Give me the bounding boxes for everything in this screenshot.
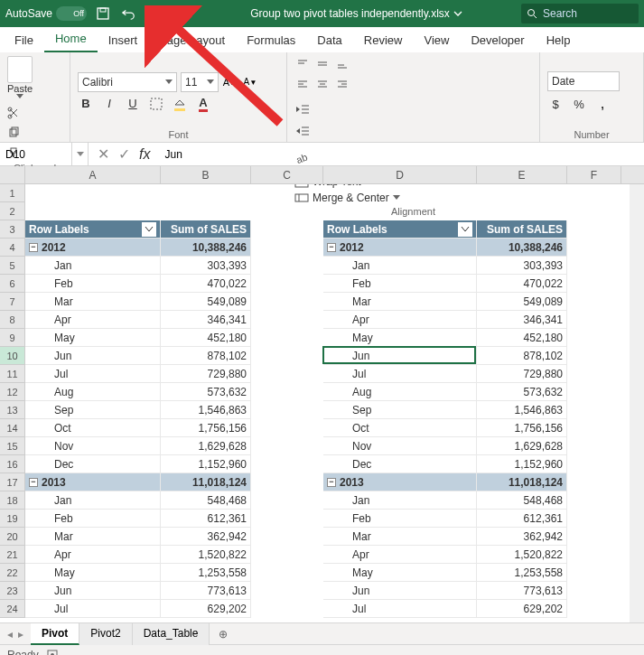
pivot-month-D-24[interactable]: Jul [323, 600, 477, 618]
pivot-value-B-10[interactable]: 878,102 [161, 347, 251, 365]
pivot-value-E-12[interactable]: 573,632 [477, 383, 567, 401]
pivot-month-A-13[interactable]: Sep [25, 401, 161, 419]
row-header-7[interactable]: 7 [0, 293, 25, 311]
filter-dropdown-icon[interactable] [458, 222, 472, 237]
row-header-5[interactable]: 5 [0, 257, 25, 275]
row-header-10[interactable]: 10 [0, 347, 25, 365]
pivot-header-rowlabels-A[interactable]: Row Labels [25, 220, 161, 239]
pivot-value-E-10[interactable]: 878,102 [477, 347, 567, 365]
title-chevron-icon[interactable] [453, 9, 462, 18]
pivot-value-E-19[interactable]: 612,361 [477, 510, 567, 528]
row-header-22[interactable]: 22 [0, 564, 25, 582]
menu-tab-developer[interactable]: Developer [460, 28, 535, 52]
pivot-value-B-13[interactable]: 1,546,863 [161, 401, 251, 419]
pivot-year-value-E-2013[interactable]: 11,018,124 [477, 473, 567, 491]
pivot-value-E-15[interactable]: 1,629,628 [477, 437, 567, 455]
pivot-month-A-23[interactable]: Jun [25, 582, 161, 600]
collapse-icon[interactable]: − [327, 478, 336, 487]
pivot-year-D-2013[interactable]: −2013 [323, 473, 477, 491]
pivot-value-B-16[interactable]: 1,152,960 [161, 455, 251, 473]
align-left-icon[interactable] [294, 76, 311, 92]
pivot-value-E-20[interactable]: 362,942 [477, 528, 567, 546]
undo-icon[interactable] [121, 6, 135, 21]
pivot-month-D-8[interactable]: Apr [323, 311, 477, 329]
pivot-header-sum-E[interactable]: Sum of SALES [477, 220, 567, 239]
font-color-icon[interactable]: A [195, 96, 211, 112]
name-box[interactable]: D10 [0, 143, 72, 165]
pivot-value-B-20[interactable]: 362,942 [161, 528, 251, 546]
pivot-month-A-5[interactable]: Jan [25, 257, 161, 275]
align-center-icon[interactable] [314, 76, 331, 92]
menu-tab-home[interactable]: Home [44, 26, 98, 52]
pivot-month-A-15[interactable]: Nov [25, 437, 161, 455]
redo-icon[interactable] [146, 6, 161, 21]
row-header-4[interactable]: 4 [0, 239, 25, 257]
pivot-header-rowlabels-D[interactable]: Row Labels [323, 220, 477, 239]
pivot-month-A-21[interactable]: Apr [25, 546, 161, 564]
row-header-19[interactable]: 19 [0, 510, 25, 528]
enter-formula-icon[interactable]: ✓ [118, 145, 130, 163]
row-header-24[interactable]: 24 [0, 600, 25, 618]
pivot-value-B-15[interactable]: 1,629,628 [161, 437, 251, 455]
menu-tab-review[interactable]: Review [353, 28, 414, 52]
pivot-year-A-2012[interactable]: −2012 [25, 239, 161, 257]
pivot-year-D-2012[interactable]: −2012 [323, 239, 477, 257]
pivot-month-A-14[interactable]: Oct [25, 419, 161, 437]
pivot-month-A-18[interactable]: Jan [25, 491, 161, 510]
pivot-year-value-B-2013[interactable]: 11,018,124 [161, 473, 251, 491]
row-header-15[interactable]: 15 [0, 437, 25, 455]
pivot-month-A-24[interactable]: Jul [25, 600, 161, 618]
pivot-month-A-20[interactable]: Mar [25, 528, 161, 546]
pivot-value-E-14[interactable]: 1,756,156 [477, 419, 567, 437]
copy-icon[interactable] [7, 126, 22, 141]
font-size-combo[interactable]: 11 [181, 72, 219, 92]
row-header-1[interactable]: 1 [0, 184, 25, 202]
pivot-value-B-19[interactable]: 612,361 [161, 510, 251, 528]
italic-button[interactable]: I [101, 96, 117, 112]
increase-indent-icon[interactable] [294, 123, 311, 139]
pivot-month-A-22[interactable]: May [25, 564, 161, 582]
new-sheet-button[interactable]: ⊕ [210, 628, 237, 641]
pivot-month-D-20[interactable]: Mar [323, 528, 477, 546]
align-right-icon[interactable] [334, 76, 350, 92]
paste-button[interactable]: Paste [7, 56, 33, 99]
sheet-tab-pivot2[interactable]: Pivot2 [79, 623, 132, 645]
pivot-value-E-9[interactable]: 452,180 [477, 329, 567, 347]
number-format-combo[interactable]: Date [547, 71, 620, 91]
qat-customize-icon[interactable] [177, 6, 191, 21]
pivot-month-D-21[interactable]: Apr [323, 546, 477, 564]
decrease-indent-icon[interactable] [294, 101, 311, 117]
menu-tab-page-layout[interactable]: Page Layout [148, 28, 236, 52]
pivot-month-A-19[interactable]: Feb [25, 510, 161, 528]
cancel-formula-icon[interactable]: ✕ [98, 145, 109, 163]
pivot-value-E-18[interactable]: 548,468 [477, 491, 567, 510]
pivot-value-E-21[interactable]: 1,520,822 [477, 546, 567, 564]
macro-record-icon[interactable] [46, 649, 59, 656]
row-header-16[interactable]: 16 [0, 455, 25, 473]
column-header-E[interactable]: E [477, 166, 567, 183]
pivot-value-B-22[interactable]: 1,253,558 [161, 564, 251, 582]
pivot-month-D-19[interactable]: Feb [323, 510, 477, 528]
pivot-month-D-5[interactable]: Jan [323, 257, 477, 275]
row-header-18[interactable]: 18 [0, 491, 25, 510]
pivot-value-B-11[interactable]: 729,880 [161, 365, 251, 383]
comma-icon[interactable]: , [594, 97, 611, 113]
align-top-icon[interactable] [294, 56, 311, 72]
column-header-D[interactable]: D [323, 166, 477, 183]
menu-tab-help[interactable]: Help [536, 28, 582, 52]
pivot-year-A-2013[interactable]: −2013 [25, 473, 161, 491]
pivot-value-B-6[interactable]: 470,022 [161, 275, 251, 293]
pivot-month-A-12[interactable]: Aug [25, 383, 161, 401]
column-header-C[interactable]: C [251, 166, 323, 183]
pivot-month-A-9[interactable]: May [25, 329, 161, 347]
save-icon[interactable] [96, 6, 110, 21]
pivot-month-A-6[interactable]: Feb [25, 275, 161, 293]
pivot-value-E-24[interactable]: 629,202 [477, 600, 567, 618]
pivot-month-D-23[interactable]: Jun [323, 582, 477, 600]
formula-input[interactable]: Jun [159, 143, 644, 165]
vertical-scrollbar[interactable] [630, 184, 644, 622]
pivot-value-E-13[interactable]: 1,546,863 [477, 401, 567, 419]
pivot-month-D-22[interactable]: May [323, 564, 477, 582]
decrease-font-icon[interactable]: A▼ [242, 74, 258, 90]
pivot-month-D-6[interactable]: Feb [323, 275, 477, 293]
